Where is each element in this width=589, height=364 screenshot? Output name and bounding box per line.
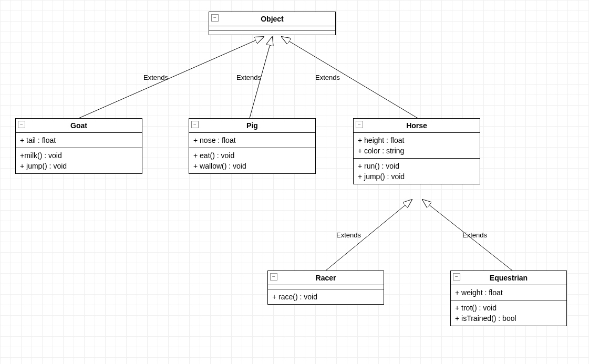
method: + run() : void [358, 161, 476, 171]
class-racer[interactable]: − Racer + race() : void [267, 271, 384, 305]
class-methods: + run() : void + jump() : void [354, 159, 480, 184]
class-goat[interactable]: − Goat + tail : float +milk() : void + j… [15, 118, 142, 174]
collapse-icon[interactable]: − [191, 121, 199, 128]
collapse-icon[interactable]: − [453, 273, 460, 280]
edge-label-goat-object: Extends [143, 74, 168, 81]
class-name: Goat [70, 121, 87, 130]
class-pig[interactable]: − Pig + nose : float + eat() : void + wa… [189, 118, 316, 174]
class-name: Pig [246, 121, 258, 130]
class-equestrian[interactable]: − Equestrian + weight : float + trot() :… [450, 271, 567, 326]
class-methods: + race() : void [268, 289, 384, 304]
edge-label-racer-horse: Extends [336, 231, 361, 239]
edge-label-equestrian-horse: Extends [462, 231, 487, 239]
class-attributes: + height : float + color : string [354, 133, 480, 159]
class-header[interactable]: − Horse [354, 119, 480, 133]
attribute: + color : string [358, 145, 476, 156]
method: + race() : void [272, 292, 379, 302]
method: + jump() : void [20, 161, 138, 171]
attribute: + weight : float [455, 287, 562, 298]
class-header[interactable]: − Equestrian [451, 271, 566, 285]
class-horse[interactable]: − Horse + height : float + color : strin… [353, 118, 480, 184]
attribute: + nose : float [193, 135, 311, 145]
class-methods: +milk() : void + jump() : void [16, 148, 142, 173]
edge-label-horse-object: Extends [315, 74, 340, 81]
class-header[interactable]: − Racer [268, 271, 384, 285]
method: + wallow() : void [193, 161, 311, 171]
attribute: + tail : float [20, 135, 138, 145]
class-name: Racer [316, 274, 336, 282]
class-name: Horse [406, 121, 427, 130]
collapse-icon[interactable]: − [18, 121, 25, 128]
class-methods [209, 30, 335, 35]
class-header[interactable]: − Object [209, 12, 335, 26]
class-methods: + eat() : void + wallow() : void [189, 148, 315, 173]
class-attributes [268, 285, 384, 289]
class-attributes: + weight : float [451, 285, 566, 300]
collapse-icon[interactable]: − [270, 273, 277, 280]
class-header[interactable]: − Goat [16, 119, 142, 133]
method: + eat() : void [193, 150, 311, 161]
class-name: Object [261, 15, 284, 23]
collapse-icon[interactable]: − [356, 121, 363, 128]
class-header[interactable]: − Pig [189, 119, 315, 133]
collapse-icon[interactable]: − [211, 14, 219, 22]
class-attributes: + tail : float [16, 133, 142, 148]
class-attributes: + nose : float [189, 133, 315, 148]
method: + isTrained() : bool [455, 313, 562, 324]
class-object[interactable]: − Object [209, 12, 336, 35]
attribute: + height : float [358, 135, 476, 145]
class-attributes [209, 26, 335, 30]
class-methods: + trot() : void + isTrained() : bool [451, 300, 566, 326]
method: +milk() : void [20, 150, 138, 161]
edge-label-pig-object: Extends [236, 74, 261, 81]
class-name: Equestrian [490, 274, 528, 282]
method: + jump() : void [358, 171, 476, 182]
method: + trot() : void [455, 303, 562, 313]
